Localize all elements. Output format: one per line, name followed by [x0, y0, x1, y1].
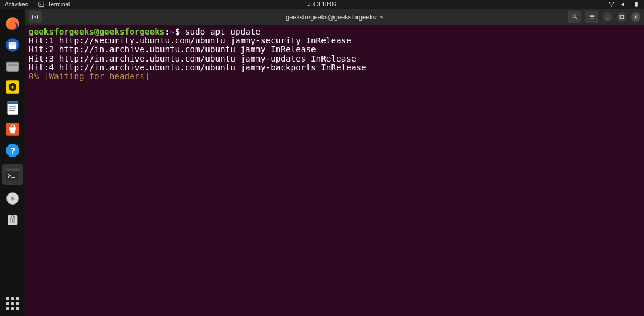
hamburger-icon	[589, 13, 595, 20]
power-icon	[633, 1, 639, 8]
terminal-app-icon	[5, 167, 20, 182]
output-line: Hit:4 http://in.archive.ubuntu.com/ubunt…	[29, 63, 366, 72]
search-icon	[571, 13, 578, 20]
prompt-colon: :	[165, 27, 170, 36]
dock-writer[interactable]	[5, 100, 20, 116]
prompt-user-host: geeksforgeeks@geeksforgeeks	[29, 27, 165, 36]
new-tab-icon	[32, 13, 39, 21]
svg-rect-23	[11, 177, 15, 178]
prompt-path: ~	[170, 27, 175, 36]
gnome-topbar: Activities Terminal Jul 3 18:06	[0, 0, 644, 9]
output-line: Hit:2 http://in.archive.ubuntu.com/ubunt…	[29, 45, 316, 54]
files-icon	[5, 58, 20, 74]
firefox-icon	[5, 16, 20, 32]
ubuntu-dock: ?	[0, 9, 25, 316]
prompt-sigil: $	[175, 27, 185, 36]
app-menu-label: Terminal	[47, 1, 70, 8]
clock[interactable]: Jul 3 18:06	[308, 1, 337, 8]
activities-button[interactable]: Activities	[5, 1, 28, 8]
dock-help[interactable]: ?	[5, 142, 20, 158]
window-title: geeksforgeeks@geeksforgeeks: ~	[286, 13, 383, 21]
writer-icon	[5, 100, 20, 116]
svg-rect-4	[635, 2, 638, 6]
dock-disk[interactable]	[5, 191, 20, 206]
trash-icon	[5, 212, 20, 227]
svg-rect-8	[6, 63, 18, 72]
dock-rhythmbox[interactable]	[5, 79, 20, 95]
volume-icon	[621, 1, 627, 8]
terminal-window: geeksforgeeks@geeksforgeeks: ~ geeksforg…	[25, 9, 644, 316]
close-icon	[633, 15, 638, 19]
system-tray[interactable]	[608, 1, 639, 8]
window-titlebar: geeksforgeeks@geeksforgeeks: ~	[25, 9, 644, 25]
svg-rect-22	[6, 168, 19, 171]
search-button[interactable]	[568, 11, 581, 23]
minimize-icon	[605, 15, 610, 19]
help-icon: ?	[5, 142, 20, 158]
svg-point-31	[572, 15, 576, 18]
terminal-icon	[38, 1, 44, 8]
dock-firefox[interactable]	[5, 16, 20, 32]
svg-rect-9	[8, 64, 18, 66]
software-icon	[5, 121, 20, 137]
dock-terminal[interactable]	[2, 164, 23, 185]
command-text: sudo apt update	[185, 27, 261, 36]
svg-text:?: ?	[10, 146, 15, 155]
svg-point-26	[11, 197, 15, 201]
output-line: Hit:1 http://security.ubuntu.com/ubuntu …	[29, 36, 351, 45]
terminal-content[interactable]: geeksforgeeks@geeksforgeeks:~$ sudo apt …	[25, 25, 644, 316]
menu-button[interactable]	[585, 11, 598, 23]
svg-rect-16	[9, 108, 17, 109]
dock-trash[interactable]	[5, 212, 20, 227]
rhythmbox-icon	[5, 79, 20, 95]
new-tab-button[interactable]	[29, 11, 42, 23]
minimize-button[interactable]	[603, 12, 612, 22]
dock-thunderbird[interactable]	[5, 37, 20, 53]
dock-software[interactable]	[5, 121, 20, 137]
maximize-button[interactable]	[617, 12, 626, 22]
disk-icon	[5, 191, 20, 206]
app-menu[interactable]: Terminal	[38, 1, 70, 8]
maximize-icon	[619, 15, 624, 19]
svg-rect-15	[9, 106, 17, 107]
show-applications[interactable]	[6, 297, 19, 310]
progress-line: 0% [Waiting for headers]	[29, 72, 150, 81]
svg-point-12	[11, 86, 14, 89]
svg-rect-14	[8, 101, 18, 104]
close-button[interactable]	[631, 12, 640, 22]
output-line: Hit:3 http://in.archive.ubuntu.com/ubunt…	[29, 54, 356, 63]
svg-rect-0	[39, 2, 44, 6]
thunderbird-icon	[5, 37, 20, 53]
svg-rect-32	[620, 15, 624, 19]
dock-files[interactable]	[5, 58, 20, 74]
svg-rect-17	[9, 110, 15, 111]
network-icon	[608, 1, 615, 8]
